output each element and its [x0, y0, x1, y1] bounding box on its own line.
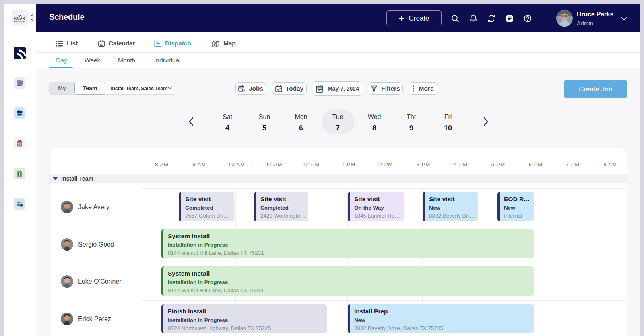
- svg-text:HEATING & AIR: HEATING & AIR: [14, 21, 26, 23]
- svg-text:X: X: [23, 16, 25, 21]
- svg-text:KN: KN: [14, 16, 19, 21]
